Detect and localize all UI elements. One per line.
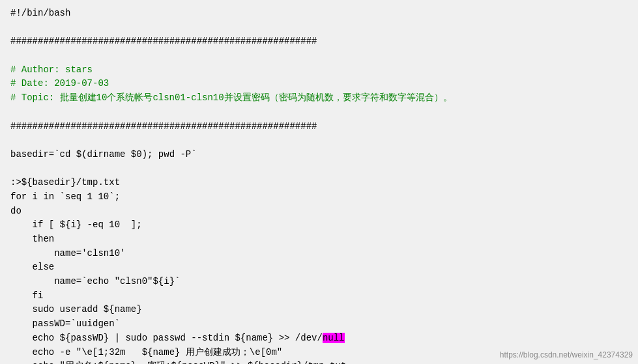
line-22: sudo useradd ${name} xyxy=(10,303,628,317)
line-3: ########################################… xyxy=(10,35,628,49)
line-10 xyxy=(10,133,628,148)
line-6: # Date: 2019-07-03 xyxy=(10,77,628,91)
line-19: else xyxy=(10,260,628,275)
line-4 xyxy=(10,49,628,63)
url-bar: https://blog.csdn.net/weixin_42374329 xyxy=(500,349,633,361)
line-5: # Author: stars xyxy=(10,63,628,77)
line-21: fi xyxy=(10,289,628,303)
line-11: basedir=`cd $(dirname $0); pwd -P` xyxy=(10,148,628,162)
line-24: echo ${passWD} | sudo passwd --stdin ${n… xyxy=(10,331,628,346)
line-14: for i in `seq 1 10`; xyxy=(10,190,628,204)
line-16: if [ ${i} -eq 10 ]; xyxy=(10,218,628,232)
line-1: #!/bin/bash xyxy=(10,7,628,21)
line-9: ########################################… xyxy=(10,120,628,134)
line-23: passWD=`uuidgen` xyxy=(10,317,628,331)
code-editor: #!/bin/bash ############################… xyxy=(0,0,638,364)
line-7: # Topic: 批量创建10个系统帐号clsn01-clsn10并设置密码（密… xyxy=(10,91,628,105)
line-2 xyxy=(10,21,628,35)
highlight-null: null xyxy=(323,333,345,343)
line-13: :>${basedir}/tmp.txt xyxy=(10,176,628,190)
line-20: name=`echo "clsn0"${i}` xyxy=(10,275,628,289)
line-8 xyxy=(10,105,628,120)
line-12 xyxy=(10,162,628,176)
line-17: then xyxy=(10,232,628,247)
line-18: name='clsn10' xyxy=(10,247,628,261)
line-15: do xyxy=(10,204,628,219)
